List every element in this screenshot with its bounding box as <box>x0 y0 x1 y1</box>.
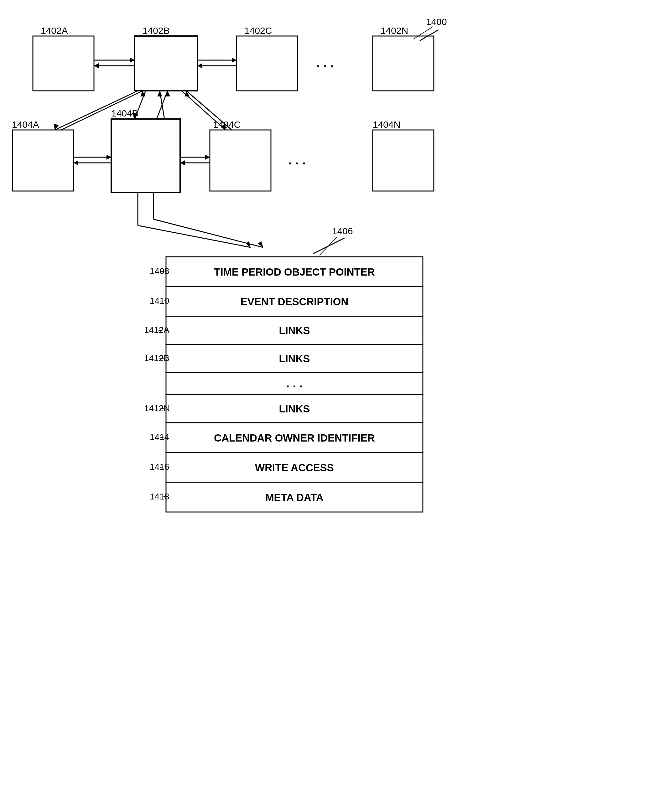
svg-text:1402A: 1402A <box>41 25 68 36</box>
svg-text:1402N: 1402N <box>380 25 408 36</box>
svg-text:1416: 1416 <box>150 462 169 472</box>
svg-rect-5 <box>111 119 180 192</box>
diagram-svg: . . . . . . <box>0 0 654 812</box>
svg-text:1404N: 1404N <box>373 119 400 130</box>
svg-line-44 <box>153 219 263 247</box>
svg-rect-2 <box>237 36 298 91</box>
svg-text:1412N: 1412N <box>144 403 170 413</box>
svg-marker-36 <box>205 155 210 160</box>
svg-text:1418: 1418 <box>150 491 169 501</box>
svg-text:EVENT DESCRIPTION: EVENT DESCRIPTION <box>241 296 348 308</box>
svg-text:. . .: . . . <box>286 377 303 390</box>
svg-text:. . .: . . . <box>288 153 306 167</box>
svg-marker-13 <box>232 58 237 63</box>
svg-rect-7 <box>373 130 434 191</box>
svg-rect-0 <box>33 36 94 91</box>
svg-text:WRITE ACCESS: WRITE ACCESS <box>255 462 334 473</box>
svg-marker-15 <box>197 63 202 68</box>
svg-text:LINKS: LINKS <box>279 325 310 336</box>
svg-text:1402B: 1402B <box>142 25 170 36</box>
svg-text:1400: 1400 <box>426 17 447 27</box>
svg-text:1410: 1410 <box>150 296 169 306</box>
svg-text:1408: 1408 <box>150 266 169 276</box>
svg-line-41 <box>138 226 251 247</box>
svg-text:CALENDAR OWNER IDENTIFIER: CALENDAR OWNER IDENTIFIER <box>214 432 374 444</box>
svg-marker-32 <box>107 155 111 160</box>
svg-marker-20 <box>165 91 170 96</box>
svg-text:1404A: 1404A <box>12 119 39 130</box>
svg-rect-6 <box>210 130 271 191</box>
svg-text:LINKS: LINKS <box>279 353 310 365</box>
svg-marker-11 <box>94 63 99 68</box>
svg-marker-34 <box>73 160 78 165</box>
svg-text:META DATA: META DATA <box>265 491 324 503</box>
svg-text:1402C: 1402C <box>244 25 272 36</box>
svg-text:TIME PERIOD OBJECT POINTER: TIME PERIOD OBJECT POINTER <box>214 266 375 278</box>
svg-marker-38 <box>180 160 185 165</box>
svg-marker-22 <box>157 91 162 96</box>
svg-rect-1 <box>135 36 197 91</box>
svg-text:1406: 1406 <box>332 226 353 236</box>
svg-text:LINKS: LINKS <box>279 403 310 415</box>
svg-marker-9 <box>130 58 135 63</box>
svg-rect-4 <box>12 130 73 191</box>
svg-rect-3 <box>373 36 434 91</box>
svg-text:1404B: 1404B <box>111 108 138 118</box>
svg-text:1414: 1414 <box>150 432 169 442</box>
svg-line-77 <box>319 237 337 255</box>
svg-text:1404C: 1404C <box>213 119 241 130</box>
diagram-container: . . . . . . <box>0 0 654 812</box>
svg-text:. . .: . . . <box>316 56 334 70</box>
